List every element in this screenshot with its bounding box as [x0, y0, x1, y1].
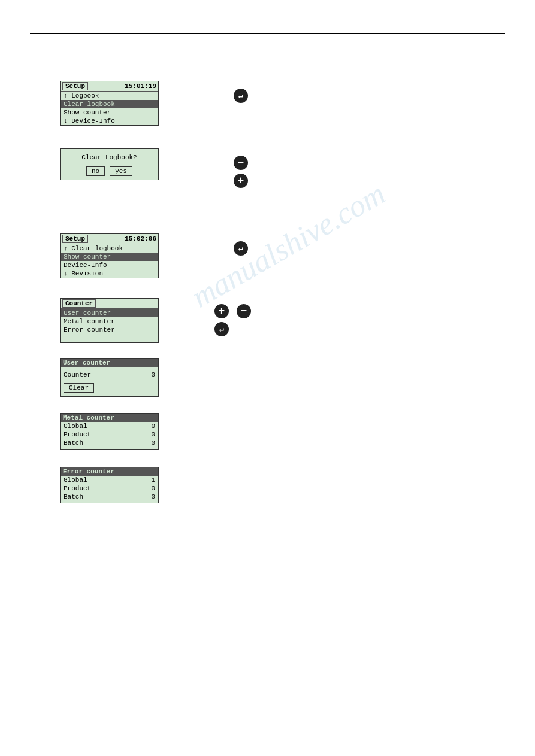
metal-product-value: 0 [151, 431, 155, 438]
user-counter-panel: User counter Counter 0 Clear [60, 358, 159, 397]
error-counter-panel: Error counter Global 1 Product 0 Batch 0 [60, 467, 159, 503]
metal-counter-row-0: Global 0 [61, 422, 158, 430]
dialog-yes-button[interactable]: yes [110, 166, 132, 176]
panel2-item-3[interactable]: ↓ Revision [61, 269, 158, 278]
setup-panel-1: Setup 15:01:19 ↑ Logbook Clear logbook S… [60, 81, 159, 126]
error-global-value: 1 [151, 476, 155, 484]
setup-title-bar-2: Setup 15:02:06 [61, 234, 158, 244]
error-counter-row-2: Batch 0 [61, 493, 158, 501]
panel1-item-3[interactable]: ↓ Device-Info [61, 117, 158, 125]
user-counter-title: User counter [61, 359, 158, 367]
metal-product-label: Product [64, 431, 91, 438]
user-counter-clear-button[interactable]: Clear [64, 383, 94, 393]
panel3-item-2[interactable]: Error counter [61, 326, 158, 334]
panel1-item-0[interactable]: ↑ Logbook [61, 92, 158, 100]
enter-button-3[interactable] [214, 322, 229, 336]
error-global-label: Global [64, 476, 87, 484]
setup-panel-2: Setup 15:02:06 ↑ Clear logbook Show coun… [60, 233, 159, 278]
setup-time-1: 15:01:19 [125, 83, 156, 90]
setup-title-1: Setup [62, 82, 88, 90]
enter-button-2[interactable] [234, 241, 248, 256]
error-counter-row-1: Product 0 [61, 484, 158, 493]
plus-button-1[interactable] [234, 174, 248, 188]
metal-batch-value: 0 [151, 439, 155, 447]
user-counter-label: Counter [64, 371, 91, 378]
user-counter-value: 0 [151, 371, 155, 378]
enter-button-1[interactable] [234, 89, 248, 103]
error-product-value: 0 [151, 485, 155, 492]
panel2-item-2[interactable]: Device-Info [61, 261, 158, 269]
counter-panel-menu: Counter User counter Metal counter Error… [60, 298, 159, 343]
metal-global-value: 0 [151, 423, 155, 430]
panel3-item-spacer [61, 334, 158, 342]
panel3-item-0[interactable]: User counter [61, 309, 158, 317]
metal-counter-title: Metal counter [61, 414, 158, 422]
counter-menu-title: Counter [62, 299, 96, 308]
plus-button-2[interactable] [214, 304, 229, 318]
panel1-item-2[interactable]: Show counter [61, 108, 158, 117]
user-counter-row: Counter 0 [61, 371, 158, 379]
error-product-label: Product [64, 485, 91, 492]
panel3-item-1[interactable]: Metal counter [61, 317, 158, 326]
setup-title-2: Setup [62, 235, 88, 243]
dialog-no-button[interactable]: no [86, 166, 105, 176]
panel2-item-1[interactable]: Show counter [61, 253, 158, 261]
metal-global-label: Global [64, 423, 87, 430]
metal-counter-panel: Metal counter Global 0 Product 0 Batch 0 [60, 413, 159, 450]
counter-title-bar: Counter [61, 299, 158, 309]
metal-batch-label: Batch [64, 439, 83, 447]
error-counter-row-0: Global 1 [61, 476, 158, 484]
error-counter-title: Error counter [61, 467, 158, 476]
metal-counter-row-1: Product 0 [61, 430, 158, 439]
setup-title-bar-1: Setup 15:01:19 [61, 81, 158, 92]
metal-counter-row-2: Batch 0 [61, 439, 158, 447]
panel1-item-1[interactable]: Clear logbook [61, 100, 158, 108]
top-divider [30, 33, 505, 34]
dialog-text: Clear Logbook? [61, 149, 158, 164]
minus-button-1[interactable] [234, 156, 248, 170]
error-batch-label: Batch [64, 493, 83, 500]
panel2-item-0[interactable]: ↑ Clear logbook [61, 244, 158, 253]
watermark: manualshive.com [186, 175, 391, 314]
error-batch-value: 0 [151, 493, 155, 500]
confirm-dialog: Clear Logbook? no yes [60, 148, 159, 180]
minus-button-2[interactable] [237, 304, 251, 318]
setup-time-2: 15:02:06 [125, 235, 156, 242]
